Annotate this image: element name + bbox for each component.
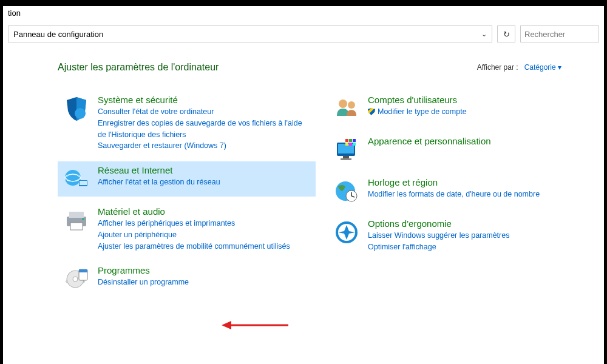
category-materiel-audio: Matériel et audio Afficher les périphéri… bbox=[58, 203, 316, 255]
content-area: Ajuster les paramètres de l'ordinateur A… bbox=[3, 50, 604, 315]
refresh-button[interactable]: ↻ bbox=[497, 25, 515, 42]
category-text: Options d'ergonomie Laisser Windows sugg… bbox=[368, 218, 581, 253]
categories-columns: Système et sécurité Consulter l'état de … bbox=[58, 91, 586, 303]
ease-of-access-icon bbox=[333, 218, 361, 246]
svg-point-0 bbox=[75, 108, 86, 119]
svg-rect-4 bbox=[80, 181, 87, 185]
header-row: Ajuster les paramètres de l'ordinateur A… bbox=[58, 62, 586, 73]
viewby-dropdown[interactable]: Catégorie ▾ bbox=[524, 63, 561, 72]
category-heading[interactable]: Apparence et personnalisation bbox=[368, 136, 581, 146]
address-path: Panneau de configuration bbox=[13, 30, 103, 39]
globe-network-icon bbox=[63, 165, 90, 193]
programs-icon bbox=[63, 265, 90, 293]
svg-point-11 bbox=[73, 277, 78, 281]
svg-point-1 bbox=[65, 170, 81, 186]
category-reseau-internet[interactable]: Réseau et Internet Afficher l'état et la… bbox=[58, 161, 316, 197]
category-comptes: Comptes d'utilisateurs Modifier le type … bbox=[328, 91, 586, 126]
window-title-fragment: tion bbox=[8, 8, 21, 18]
svg-rect-24 bbox=[349, 143, 352, 146]
page-title: Ajuster les paramètres de l'ordinateur bbox=[58, 62, 219, 73]
caret-down-icon: ▾ bbox=[558, 63, 561, 72]
category-text: Programmes Désinstaller un programme bbox=[98, 265, 311, 288]
svg-rect-22 bbox=[353, 139, 356, 142]
category-heading[interactable]: Réseau et Internet bbox=[98, 165, 311, 175]
svg-rect-20 bbox=[345, 139, 348, 142]
svg-rect-23 bbox=[345, 143, 348, 146]
subtask-link[interactable]: Modifier les formats de date, d'heure ou… bbox=[368, 189, 581, 200]
svg-rect-7 bbox=[70, 223, 83, 230]
subtask-link[interactable]: Ajouter un périphérique bbox=[98, 229, 311, 241]
printer-icon bbox=[63, 206, 90, 234]
svg-rect-19 bbox=[341, 158, 351, 160]
category-text: Comptes d'utilisateurs Modifier le type … bbox=[368, 95, 581, 118]
subtask-link[interactable]: Afficher les périphériques et imprimante… bbox=[98, 218, 311, 229]
right-column: Comptes d'utilisateurs Modifier le type … bbox=[328, 91, 586, 303]
category-ergonomie: Options d'ergonomie Laisser Windows sugg… bbox=[328, 215, 586, 257]
category-heading[interactable]: Horloge et région bbox=[368, 177, 581, 187]
category-systeme-securite: Système et sécurité Consulter l'état de … bbox=[58, 91, 316, 155]
subtask-link[interactable]: Afficher l'état et la gestion du réseau bbox=[98, 177, 311, 188]
svg-rect-6 bbox=[69, 212, 84, 218]
refresh-icon: ↻ bbox=[503, 30, 510, 39]
subtask-link[interactable]: Enregistrer des copies de sauvegarde de … bbox=[98, 118, 311, 141]
category-apparence: Apparence et personnalisation bbox=[328, 132, 586, 167]
svg-point-14 bbox=[339, 99, 347, 108]
svg-point-15 bbox=[348, 101, 355, 109]
chevron-down-icon[interactable]: ⌄ bbox=[481, 30, 487, 38]
search-input[interactable] bbox=[524, 30, 595, 39]
category-heading[interactable]: Comptes d'utilisateurs bbox=[368, 95, 581, 105]
left-column: Système et sécurité Consulter l'état de … bbox=[58, 91, 316, 303]
svg-rect-18 bbox=[343, 156, 349, 158]
users-icon bbox=[333, 95, 361, 123]
subtask-link[interactable]: Consulter l'état de votre ordinateur bbox=[98, 106, 311, 118]
titlebar: tion bbox=[3, 6, 604, 23]
clock-globe-icon bbox=[333, 177, 361, 205]
svg-point-8 bbox=[82, 218, 84, 220]
subtask-link[interactable]: Sauvegarder et restaurer (Windows 7) bbox=[98, 140, 311, 152]
viewby-value: Catégorie bbox=[524, 63, 556, 72]
subtask-link[interactable]: Modifier le type de compte bbox=[368, 106, 581, 118]
control-panel-window: tion Panneau de configuration ⌄ ↻ Ajuste… bbox=[3, 6, 604, 364]
category-heading[interactable]: Matériel et audio bbox=[98, 206, 311, 217]
address-bar[interactable]: Panneau de configuration ⌄ bbox=[8, 25, 492, 42]
category-text: Apparence et personnalisation bbox=[368, 136, 581, 147]
appearance-icon bbox=[333, 136, 361, 164]
subtask-link[interactable]: Optimiser l'affichage bbox=[368, 241, 581, 253]
category-text: Horloge et région Modifier les formats d… bbox=[368, 177, 581, 200]
category-text: Réseau et Internet Afficher l'état et la… bbox=[98, 165, 311, 188]
category-heading[interactable]: Options d'ergonomie bbox=[368, 218, 581, 229]
category-text: Matériel et audio Afficher les périphéri… bbox=[98, 206, 311, 252]
view-by: Afficher par : Catégorie ▾ bbox=[477, 63, 561, 72]
svg-rect-21 bbox=[349, 139, 352, 142]
category-programmes: Programmes Désinstaller un programme bbox=[58, 261, 316, 297]
svg-rect-25 bbox=[353, 143, 356, 146]
viewby-label: Afficher par : bbox=[477, 63, 518, 72]
subtask-link[interactable]: Laisser Windows suggérer les paramètres bbox=[368, 230, 581, 241]
address-row: Panneau de configuration ⌄ ↻ bbox=[3, 23, 604, 50]
category-horloge-region: Horloge et région Modifier les formats d… bbox=[328, 174, 586, 209]
subtask-link-uninstall[interactable]: Désinstaller un programme bbox=[98, 277, 311, 288]
category-heading[interactable]: Système et sécurité bbox=[98, 95, 311, 105]
category-text: Système et sécurité Consulter l'état de … bbox=[98, 95, 311, 152]
category-heading[interactable]: Programmes bbox=[98, 265, 311, 275]
search-box[interactable] bbox=[520, 25, 599, 42]
subtask-link[interactable]: Ajuster les paramètres de mobilité commu… bbox=[98, 241, 311, 252]
shield-icon bbox=[63, 95, 90, 123]
svg-rect-13 bbox=[79, 269, 87, 272]
